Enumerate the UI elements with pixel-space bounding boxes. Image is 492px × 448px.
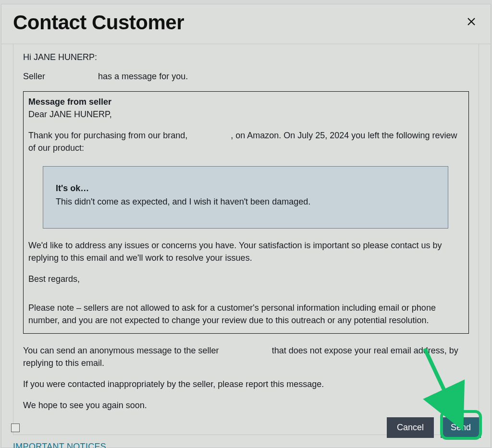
acknowledge-checkbox[interactable] — [11, 424, 20, 432]
message-preview-panel: Hi JANE HUNERP: Seller has a message for… — [13, 44, 479, 435]
review-title: It's ok… — [56, 182, 435, 194]
close-icon — [467, 17, 476, 29]
message-signoff: Best regards, — [28, 273, 464, 285]
intro-before: Seller — [23, 72, 45, 81]
modal-title: Contact Customer — [13, 11, 184, 34]
message-body-2: We'd like to address any issues or conce… — [28, 239, 464, 264]
greeting-prefix: Hi — [23, 52, 34, 62]
modal-footer: Cancel Send — [11, 417, 481, 438]
footer-line-2: If you were contacted inappropriately by… — [23, 378, 469, 390]
message-note: Please note – sellers are not allowed to… — [28, 302, 464, 327]
intro-after: has a message for you. — [98, 72, 188, 81]
greeting-line: Hi JANE HUNERP: — [23, 51, 469, 63]
message-frame: Message from seller Dear JANE HUNERP, Th… — [23, 91, 469, 334]
close-button[interactable] — [464, 14, 479, 31]
review-quote-box: It's ok… This didn't come as expected, a… — [43, 166, 448, 229]
send-button[interactable]: Send — [441, 417, 481, 438]
action-buttons: Cancel Send — [387, 417, 481, 438]
message-frame-title: Message from seller — [28, 96, 464, 108]
footer-text: You can send an anonymous message to the… — [23, 344, 469, 412]
footer-line-1-before: You can send an anonymous message to the… — [23, 346, 219, 355]
footer-line-1: You can send an anonymous message to the… — [23, 344, 469, 369]
intro-line: Seller has a message for you. — [23, 70, 469, 83]
message-body-1: Thank you for purchasing from our brand,… — [28, 129, 464, 154]
customer-name: JANE HUNERP — [34, 52, 95, 62]
footer-line-3: We hope to see you again soon. — [23, 399, 469, 412]
review-body: This didn't come as expected, and I wish… — [56, 195, 435, 208]
cancel-button[interactable]: Cancel — [387, 417, 434, 438]
message-body-1-before: Thank you for purchasing from our brand, — [28, 131, 187, 140]
modal-header: Contact Customer — [1, 4, 491, 44]
important-notices-link[interactable]: IMPORTANT NOTICES — [13, 442, 106, 448]
modal-body: Hi JANE HUNERP: Seller has a message for… — [1, 44, 491, 448]
contact-customer-modal: Contact Customer Hi JANE HUNERP: Seller … — [1, 4, 491, 448]
message-salutation: Dear JANE HUNERP, — [28, 108, 464, 121]
greeting-suffix: : — [95, 52, 97, 62]
